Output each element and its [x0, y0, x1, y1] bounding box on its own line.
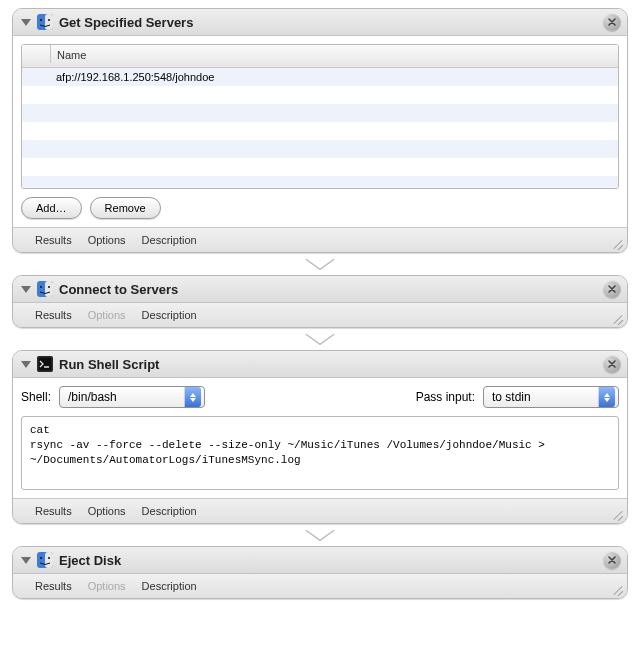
finder-icon: [37, 552, 53, 568]
close-button[interactable]: [603, 13, 621, 31]
table-body[interactable]: afp://192.168.1.250:548/johndoe: [22, 68, 618, 188]
action-header[interactable]: Eject Disk: [13, 547, 627, 574]
results-tab[interactable]: Results: [35, 309, 72, 321]
action-run-shell-script: Run Shell Script Shell: /bin/bash Pass i…: [12, 350, 628, 524]
table-row[interactable]: [22, 122, 618, 140]
svg-point-14: [48, 557, 50, 559]
resize-grip-icon[interactable]: [609, 582, 623, 596]
table-row[interactable]: [22, 86, 618, 104]
table-row[interactable]: [22, 158, 618, 176]
table-row[interactable]: afp://192.168.1.250:548/johndoe: [22, 68, 618, 86]
action-header[interactable]: Run Shell Script: [13, 351, 627, 378]
column-header-name[interactable]: Name: [51, 45, 618, 67]
table-header: Name: [22, 45, 618, 68]
description-tab[interactable]: Description: [142, 309, 197, 321]
select-arrows-icon: [598, 387, 615, 407]
action-connect-to-servers: Connect to Servers Results Options Descr…: [12, 275, 628, 328]
svg-rect-9: [38, 357, 52, 371]
table-row[interactable]: [22, 176, 618, 188]
options-tab: Options: [88, 580, 126, 592]
disclosure-triangle-icon[interactable]: [21, 557, 31, 564]
connector-icon: [12, 332, 628, 346]
resize-grip-icon[interactable]: [609, 236, 623, 250]
description-tab[interactable]: Description: [142, 234, 197, 246]
terminal-icon: [37, 356, 53, 372]
shell-select-value: /bin/bash: [68, 390, 184, 404]
finder-icon: [37, 281, 53, 297]
server-url-cell: afp://192.168.1.250:548/johndoe: [50, 71, 618, 83]
close-button[interactable]: [603, 280, 621, 298]
pass-input-select[interactable]: to stdin: [483, 386, 619, 408]
options-tab: Options: [88, 309, 126, 321]
connector-icon: [12, 528, 628, 542]
svg-point-13: [40, 557, 42, 559]
svg-point-2: [40, 19, 42, 21]
resize-grip-icon[interactable]: [609, 507, 623, 521]
finder-icon: [37, 14, 53, 30]
shell-select[interactable]: /bin/bash: [59, 386, 205, 408]
select-arrows-icon: [184, 387, 201, 407]
action-body: Shell: /bin/bash Pass input: to stdin ca…: [13, 378, 627, 499]
row-handle-header: [22, 45, 51, 63]
action-footer: Results Options Description: [13, 228, 627, 252]
action-footer: Results Options Description: [13, 574, 627, 598]
action-footer: Results Options Description: [13, 499, 627, 523]
shell-label: Shell:: [21, 390, 51, 404]
svg-point-7: [48, 286, 50, 288]
svg-rect-1: [45, 14, 53, 30]
script-textarea[interactable]: cat rsync -av --force --delete --size-on…: [21, 416, 619, 490]
action-header[interactable]: Get Specified Servers: [13, 9, 627, 36]
action-body: Name afp://192.168.1.250:548/johndoe A: [13, 36, 627, 228]
close-button[interactable]: [603, 551, 621, 569]
resize-grip-icon[interactable]: [609, 311, 623, 325]
action-title: Run Shell Script: [59, 357, 159, 372]
svg-rect-5: [45, 281, 53, 297]
svg-point-3: [48, 19, 50, 21]
connector-icon: [12, 257, 628, 271]
action-title: Connect to Servers: [59, 282, 178, 297]
action-footer: Results Options Description: [13, 303, 627, 327]
action-eject-disk: Eject Disk Results Options Description: [12, 546, 628, 599]
description-tab[interactable]: Description: [142, 505, 197, 517]
servers-table: Name afp://192.168.1.250:548/johndoe: [21, 44, 619, 189]
action-get-specified-servers: Get Specified Servers Name afp://192.168…: [12, 8, 628, 253]
disclosure-triangle-icon[interactable]: [21, 19, 31, 26]
action-title: Get Specified Servers: [59, 15, 193, 30]
remove-button[interactable]: Remove: [90, 197, 161, 219]
results-tab[interactable]: Results: [35, 505, 72, 517]
options-tab[interactable]: Options: [88, 505, 126, 517]
pass-input-label: Pass input:: [416, 390, 475, 404]
options-tab[interactable]: Options: [88, 234, 126, 246]
svg-rect-12: [45, 552, 53, 568]
disclosure-triangle-icon[interactable]: [21, 361, 31, 368]
description-tab[interactable]: Description: [142, 580, 197, 592]
close-button[interactable]: [603, 355, 621, 373]
action-title: Eject Disk: [59, 553, 121, 568]
results-tab[interactable]: Results: [35, 234, 72, 246]
pass-input-value: to stdin: [492, 390, 598, 404]
action-header[interactable]: Connect to Servers: [13, 276, 627, 303]
svg-point-6: [40, 286, 42, 288]
table-row[interactable]: [22, 104, 618, 122]
table-row[interactable]: [22, 140, 618, 158]
results-tab[interactable]: Results: [35, 580, 72, 592]
disclosure-triangle-icon[interactable]: [21, 286, 31, 293]
add-button[interactable]: Add…: [21, 197, 82, 219]
